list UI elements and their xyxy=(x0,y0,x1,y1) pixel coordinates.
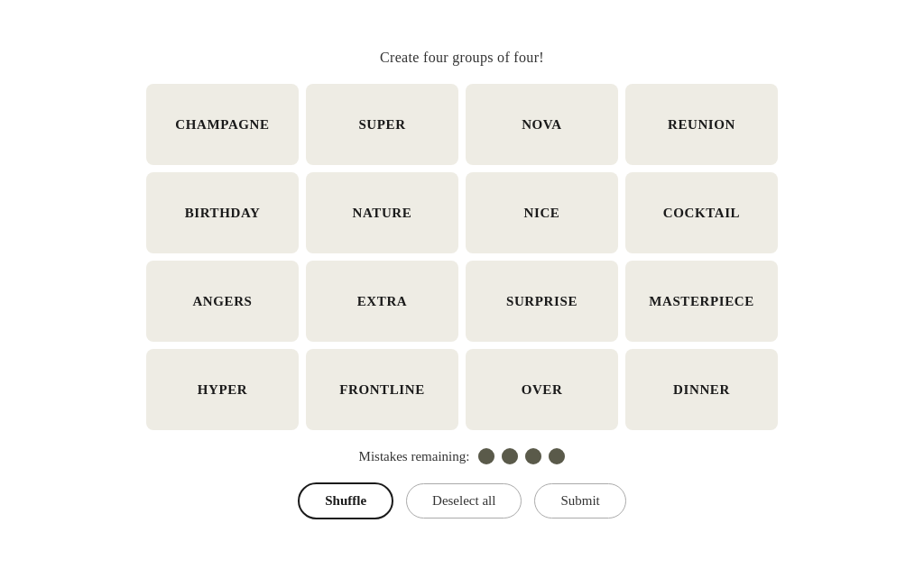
shuffle-button[interactable]: Shuffle xyxy=(298,482,393,519)
grid-cell-label: CHAMPAGNE xyxy=(175,117,269,133)
grid-cell[interactable]: REUNION xyxy=(625,84,778,165)
grid-cell-label: MASTERPIECE xyxy=(649,294,754,309)
grid-cell-label: NOVA xyxy=(522,117,562,133)
subtitle: Create four groups of four! xyxy=(380,50,544,66)
grid-cell-label: SURPRISE xyxy=(506,294,578,309)
grid-cell-label: BIRTHDAY xyxy=(185,206,261,221)
grid-cell-label: EXTRA xyxy=(357,294,408,309)
dots-row xyxy=(478,448,565,464)
mistake-dot xyxy=(502,448,518,464)
grid-cell[interactable]: DINNER xyxy=(625,349,778,430)
mistake-dot xyxy=(549,448,565,464)
grid-cell-label: NATURE xyxy=(353,206,412,221)
game-container: Create four groups of four! CHAMPAGNESUP… xyxy=(146,50,778,519)
grid-cell-label: COCKTAIL xyxy=(663,206,740,221)
grid-cell[interactable]: ANGERS xyxy=(146,261,299,342)
grid-cell[interactable]: NICE xyxy=(466,172,618,253)
grid-cell-label: NICE xyxy=(524,206,560,221)
grid-cell[interactable]: SUPER xyxy=(306,84,458,165)
grid-cell[interactable]: COCKTAIL xyxy=(625,172,778,253)
grid-cell[interactable]: HYPER xyxy=(146,349,299,430)
deselect-button[interactable]: Deselect all xyxy=(406,483,522,519)
mistakes-label: Mistakes remaining: xyxy=(359,449,470,464)
word-grid: CHAMPAGNESUPERNOVAREUNIONBIRTHDAYNATUREN… xyxy=(146,84,778,430)
grid-cell[interactable]: NOVA xyxy=(466,84,618,165)
grid-cell[interactable]: CHAMPAGNE xyxy=(146,84,299,165)
grid-cell-label: SUPER xyxy=(358,117,405,133)
mistake-dot xyxy=(525,448,541,464)
grid-cell-label: ANGERS xyxy=(192,294,252,309)
grid-cell-label: DINNER xyxy=(673,382,730,398)
grid-cell[interactable]: SURPRISE xyxy=(466,261,618,342)
buttons-row: Shuffle Deselect all Submit xyxy=(298,482,626,519)
grid-cell[interactable]: MASTERPIECE xyxy=(625,261,778,342)
grid-cell-label: FRONTLINE xyxy=(339,382,425,398)
grid-cell-label: HYPER xyxy=(198,382,248,398)
grid-cell-label: OVER xyxy=(522,382,563,398)
mistakes-row: Mistakes remaining: xyxy=(359,448,566,464)
grid-cell[interactable]: EXTRA xyxy=(306,261,458,342)
grid-cell[interactable]: BIRTHDAY xyxy=(146,172,299,253)
mistake-dot xyxy=(478,448,494,464)
grid-cell[interactable]: NATURE xyxy=(306,172,458,253)
grid-cell-label: REUNION xyxy=(668,117,735,133)
submit-button[interactable]: Submit xyxy=(534,483,625,519)
grid-cell[interactable]: FRONTLINE xyxy=(306,349,458,430)
grid-cell[interactable]: OVER xyxy=(466,349,618,430)
